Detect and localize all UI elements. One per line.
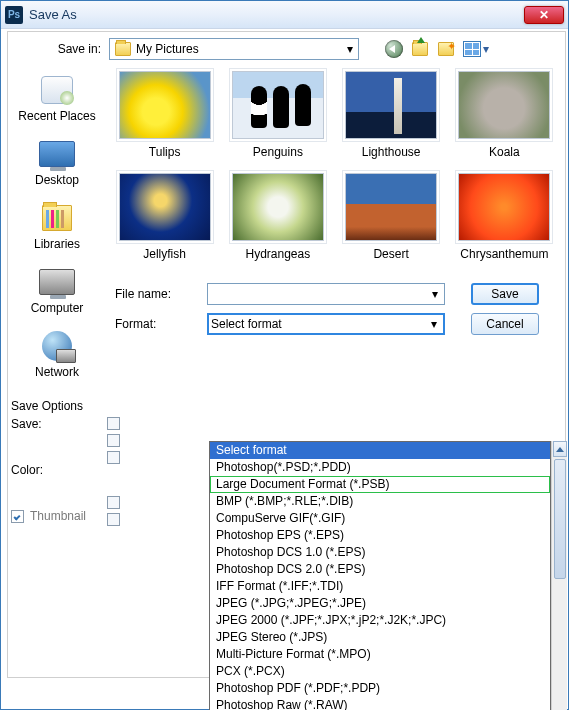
- close-button[interactable]: ✕: [524, 6, 564, 24]
- format-option[interactable]: Photoshop DCS 2.0 (*.EPS): [210, 561, 550, 578]
- format-option[interactable]: Large Document Format (*.PSB): [210, 476, 550, 493]
- thumbnail-image: [345, 71, 437, 139]
- format-option[interactable]: Photoshop EPS (*.EPS): [210, 527, 550, 544]
- format-option[interactable]: JPEG (*.JPG;*.JPEG;*.JPE): [210, 595, 550, 612]
- computer-icon: [39, 269, 75, 295]
- format-option[interactable]: Select format: [210, 442, 550, 459]
- format-option[interactable]: Photoshop PDF (*.PDF;*.PDP): [210, 680, 550, 697]
- format-option[interactable]: Photoshop Raw (*.RAW): [210, 697, 550, 710]
- format-option[interactable]: IFF Format (*.IFF;*.TDI): [210, 578, 550, 595]
- format-dropdown-list[interactable]: Select formatPhotoshop(*.PSD;*.PDD)Large…: [209, 441, 551, 710]
- format-option[interactable]: CompuServe GIF(*.GIF): [210, 510, 550, 527]
- photoshop-icon: Ps: [5, 6, 23, 24]
- folder-up-icon: [412, 42, 428, 56]
- thumbnail-checkbox[interactable]: [11, 510, 24, 523]
- new-folder-button[interactable]: ✦: [437, 40, 455, 58]
- desktop-icon: [39, 141, 75, 167]
- thumbnail-image: [232, 71, 324, 139]
- scrollbar-track[interactable]: [551, 441, 567, 710]
- recent-icon: [41, 76, 73, 104]
- format-option[interactable]: PCX (*.PCX): [210, 663, 550, 680]
- folder-icon: [115, 42, 131, 56]
- save-as-dialog: Ps Save As ✕ Save in: My Pictures ▾ ✦ ▾: [0, 0, 569, 710]
- back-button[interactable]: [385, 40, 403, 58]
- scroll-up-button[interactable]: [553, 441, 567, 457]
- format-option[interactable]: BMP (*.BMP;*.RLE;*.DIB): [210, 493, 550, 510]
- up-one-level-button[interactable]: [411, 40, 429, 58]
- window-title: Save As: [29, 7, 524, 22]
- format-option[interactable]: JPEG Stereo (*.JPS): [210, 629, 550, 646]
- format-option[interactable]: JPEG 2000 (*.JPF;*.JPX;*.jP2;*.J2K;*.JPC…: [210, 612, 550, 629]
- format-option[interactable]: Multi-Picture Format (*.MPO): [210, 646, 550, 663]
- scrollbar-thumb[interactable]: [554, 459, 566, 579]
- network-icon: [42, 331, 72, 361]
- format-option[interactable]: Photoshop(*.PSD;*.PDD): [210, 459, 550, 476]
- format-option[interactable]: Photoshop DCS 1.0 (*.EPS): [210, 544, 550, 561]
- titlebar: Ps Save As ✕: [1, 1, 568, 29]
- new-folder-icon: ✦: [438, 42, 454, 56]
- libraries-icon: [42, 205, 72, 231]
- back-icon: [385, 40, 403, 58]
